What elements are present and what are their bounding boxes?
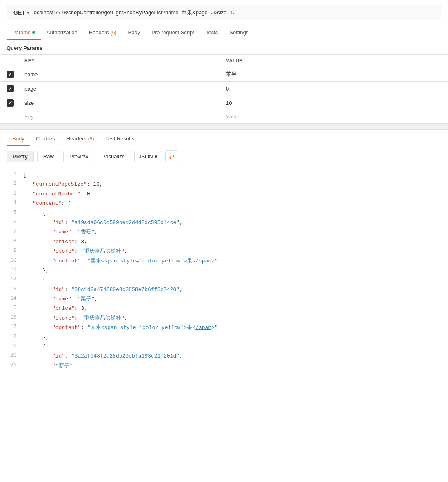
params-table: KEY VALUE ✓ name 苹果 ✓ page 0	[0, 54, 448, 123]
param-key-name[interactable]: name	[20, 67, 221, 82]
json-line-3: 3 "currentNumber": 0,	[0, 189, 448, 199]
json-viewer: 1 { 2 "currentPageSIze": 10, 3 "currentN…	[0, 167, 448, 374]
json-line-15: 15 "price": 3,	[0, 304, 448, 313]
response-tab-headers[interactable]: Headers (8)	[61, 131, 100, 146]
tab-pre-request[interactable]: Pre-request Script	[146, 25, 200, 40]
tab-authorization-label: Authorization	[47, 29, 78, 36]
wrap-toggle-btn[interactable]: ⇄	[165, 150, 178, 162]
response-tabs: Body Cookies Headers (8) Test Results	[0, 131, 448, 146]
checkbox-name[interactable]: ✓	[7, 71, 14, 78]
query-params-title: Query Params	[0, 40, 448, 54]
tab-authorization[interactable]: Authorization	[41, 25, 83, 40]
json-line-12: 12 {	[0, 275, 448, 284]
param-key-page[interactable]: page	[20, 82, 221, 96]
json-line-4: 4 "content": [	[0, 199, 448, 208]
param-row-empty: Key Value	[0, 110, 448, 123]
param-row-size: ✓ size 10	[0, 96, 448, 110]
param-value-page[interactable]: 0	[221, 82, 448, 96]
tab-settings[interactable]: Settings	[224, 25, 254, 40]
json-line-14: 14 "name": "栗子",	[0, 294, 448, 304]
json-line-11: 11 },	[0, 266, 448, 275]
format-type-label: JSON	[139, 153, 153, 160]
response-tab-cookies-label: Cookies	[36, 135, 55, 142]
format-type-dropdown[interactable]: JSON ▾	[134, 151, 162, 162]
tab-tests-label: Tests	[206, 29, 218, 36]
json-line-2: 2 "currentPageSIze": 10,	[0, 180, 448, 189]
param-row-page: ✓ page 0	[0, 82, 448, 96]
response-headers-badge: (8)	[88, 136, 94, 142]
tab-tests[interactable]: Tests	[200, 25, 224, 40]
checkbox-page[interactable]: ✓	[7, 85, 14, 92]
json-line-21: 21 ""新子"	[0, 361, 448, 371]
wrap-icon: ⇄	[169, 153, 174, 160]
tab-headers[interactable]: Headers (6)	[83, 25, 122, 40]
json-line-19: 19 {	[0, 342, 448, 351]
section-divider	[0, 123, 448, 130]
response-tab-body-label: Body	[12, 135, 24, 142]
format-raw-btn[interactable]: Raw	[37, 151, 60, 162]
json-line-9: 9 "store": "重庆食品供销社",	[0, 247, 448, 256]
format-pretty-btn[interactable]: Pretty	[7, 151, 34, 162]
tab-params-label: Params	[12, 29, 31, 36]
method-selector[interactable]: GET ▾	[13, 9, 29, 16]
tab-headers-label: Headers	[89, 29, 109, 36]
param-row-name: ✓ name 苹果	[0, 67, 448, 82]
param-value-name[interactable]: 苹果	[221, 67, 448, 82]
json-line-10: 10 "content": "卖水<span style='color:yell…	[0, 256, 448, 266]
response-tab-test-results-label: Test Results	[105, 135, 134, 142]
json-line-20: 20 "id": "3a2af048f2a28d529cbfa193c21720…	[0, 351, 448, 361]
json-line-1: 1 {	[0, 170, 448, 180]
response-tab-test-results[interactable]: Test Results	[100, 131, 140, 146]
json-line-8: 8 "price": 3,	[0, 237, 448, 247]
json-line-18: 18 },	[0, 333, 448, 342]
json-line-16: 16 "store": "重庆食品供销社",	[0, 313, 448, 323]
json-line-13: 13 "id": "28c1d2a474880e8c3858e7b6ff3c74…	[0, 285, 448, 294]
json-line-5: 5 {	[0, 209, 448, 218]
param-key-placeholder[interactable]: Key	[20, 110, 221, 123]
col-value: VALUE	[221, 55, 448, 67]
headers-badge: (6)	[111, 30, 117, 36]
tab-body-label: Body	[128, 29, 140, 36]
tab-settings-label: Settings	[229, 29, 248, 36]
response-tab-cookies[interactable]: Cookies	[30, 131, 61, 146]
format-bar: Pretty Raw Preview Visualize JSON ▾ ⇄	[0, 146, 448, 167]
tab-pre-request-label: Pre-request Script	[151, 29, 194, 36]
tab-params[interactable]: Params	[7, 25, 41, 40]
format-type-chevron: ▾	[155, 153, 157, 160]
json-line-17: 17 "content": "卖水<span style='color:yell…	[0, 323, 448, 332]
col-checkbox	[0, 55, 20, 67]
response-tab-body[interactable]: Body	[7, 131, 30, 146]
url-input[interactable]	[33, 10, 435, 16]
format-preview-btn[interactable]: Preview	[63, 151, 94, 162]
params-dot	[32, 31, 35, 34]
format-visualize-btn[interactable]: Visualize	[98, 151, 131, 162]
response-tab-headers-label: Headers	[67, 135, 86, 142]
checkbox-size[interactable]: ✓	[7, 99, 14, 107]
json-line-7: 7 "name": "香蕉",	[0, 227, 448, 237]
method-label: GET	[13, 9, 25, 16]
param-value-size[interactable]: 10	[221, 96, 448, 110]
param-key-size[interactable]: size	[20, 96, 221, 110]
request-tabs: Params Authorization Headers (6) Body Pr…	[0, 25, 448, 40]
tab-body[interactable]: Body	[122, 25, 146, 40]
param-value-placeholder[interactable]: Value	[221, 110, 448, 123]
col-key: KEY	[20, 55, 221, 67]
json-line-6: 6 "id": "a19ada06c6d599bed2d4d2dc595d44c…	[0, 218, 448, 227]
method-chevron: ▾	[27, 10, 29, 16]
url-bar: GET ▾	[7, 5, 441, 20]
